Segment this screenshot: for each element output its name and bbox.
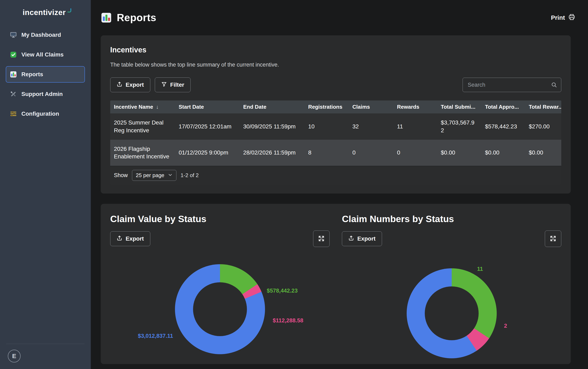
bar-chart-icon	[10, 71, 17, 78]
filter-icon	[161, 81, 167, 89]
search-input[interactable]	[462, 78, 561, 92]
chart-label-approved-value: $578,442.23	[267, 288, 298, 294]
cell-total-submitted: $0.00	[437, 140, 481, 166]
page-header: Reports Print	[91, 0, 588, 35]
cell-incentive-name: 2025 Summer Deal Reg Incentive	[110, 113, 175, 140]
sidebar-item-view-all-claims[interactable]: View All Claims	[0, 45, 91, 64]
column-header-claims[interactable]: Claims	[349, 101, 393, 113]
cell-end-date: 28/02/2026 11:59pm	[240, 140, 304, 166]
donut-hole	[193, 282, 247, 336]
incentives-toolbar: Export Filter	[110, 77, 561, 92]
export-icon	[116, 235, 122, 242]
column-header-rewards[interactable]: Rewards	[393, 101, 437, 113]
monitor-icon	[10, 31, 17, 38]
filter-button[interactable]: Filter	[155, 77, 190, 92]
print-label: Print	[551, 14, 565, 21]
sort-desc-icon: ↓	[156, 104, 159, 110]
cell-start-date: 17/07/2025 12:01am	[175, 113, 240, 140]
column-header-registrations[interactable]: Registrations	[304, 101, 349, 113]
charts-card: Claim Value by Status Export	[101, 204, 571, 364]
column-header-end-date[interactable]: End Date	[240, 101, 304, 113]
sidebar-divider	[6, 344, 84, 344]
incentives-card: Incentives The table below shows the top…	[101, 35, 571, 194]
cell-rewards: 11	[393, 113, 437, 140]
chart-label-declined-value: $112,288.58	[273, 318, 304, 324]
filter-label: Filter	[170, 82, 184, 88]
claim-numbers-donut-chart: 11 2	[342, 252, 561, 348]
cell-incentive-name: 2026 Flagship Enablement Incentive	[110, 140, 175, 166]
incentives-table: Incentive Name↓ Start Date End Date Regi…	[110, 101, 561, 184]
expand-button[interactable]	[545, 231, 561, 247]
logo: incentivizer	[23, 8, 91, 17]
expand-icon	[317, 235, 325, 243]
claim-value-donut-chart: $578,442.23 $112,288.58 $3,012,837.11	[110, 252, 330, 348]
claim-value-chart-title: Claim Value by Status	[110, 214, 330, 224]
table-header-row: Incentive Name↓ Start Date End Date Regi…	[110, 101, 561, 113]
export-label: Export	[357, 236, 376, 242]
page-title: Reports	[117, 12, 156, 24]
pagination-range: 1-2 of 2	[180, 172, 199, 179]
donut-chart[interactable]	[175, 264, 265, 354]
claim-numbers-chart-title: Claim Numbers by Status	[342, 214, 561, 224]
column-header-total-submitted[interactable]: Total Submi...	[437, 101, 481, 113]
table-row[interactable]: 2025 Summer Deal Reg Incentive 17/07/202…	[110, 113, 561, 140]
sidebar-item-reports[interactable]: Reports	[6, 66, 85, 82]
app-root: incentivizer	[0, 0, 588, 369]
search-wrap	[462, 78, 561, 92]
search-icon	[551, 82, 557, 88]
column-header-incentive-name[interactable]: Incentive Name↓	[110, 101, 175, 113]
column-header-total-rewarded[interactable]: Total Rewar...	[525, 101, 561, 113]
column-header-start-date[interactable]: Start Date	[175, 101, 240, 113]
export-button[interactable]: Export	[342, 231, 382, 246]
sidebar-nav: My Dashboard View All Claims	[0, 25, 91, 124]
incentives-subtitle: The table below shows the top line summa…	[110, 62, 561, 68]
claim-value-chart-section: Claim Value by Status Export	[110, 214, 330, 364]
table-row[interactable]: 2026 Flagship Enablement Incentive 01/12…	[110, 140, 561, 166]
cell-rewards: 0	[393, 140, 437, 166]
avatar-initial: E	[12, 353, 16, 359]
sidebar-item-label: View All Claims	[21, 51, 63, 58]
logo-text: incentivizer	[23, 8, 66, 17]
cell-claims: 32	[349, 113, 393, 140]
export-label: Export	[126, 236, 144, 242]
export-button[interactable]: Export	[110, 77, 150, 92]
column-header-total-approved[interactable]: Total Appro...	[481, 101, 525, 113]
export-button[interactable]: Export	[110, 231, 150, 246]
sidebar-item-label: Reports	[21, 71, 43, 78]
sidebar-item-configuration[interactable]: Configuration	[0, 104, 91, 124]
sidebar: incentivizer	[0, 0, 91, 369]
sidebar-item-my-dashboard[interactable]: My Dashboard	[0, 25, 91, 45]
show-label: Show	[114, 172, 128, 179]
cell-total-submitted: $3,703,567.92	[437, 113, 481, 140]
cell-start-date: 01/12/2025 9:00pm	[175, 140, 240, 166]
cell-end-date: 30/09/2025 11:59pm	[240, 113, 304, 140]
main-content: Reports Print Incentives The table below…	[91, 0, 588, 369]
cell-total-approved: $578,442.23	[481, 113, 525, 140]
cell-total-approved: $0.00	[481, 140, 525, 166]
check-icon	[10, 51, 17, 58]
per-page-value: 25 per page	[136, 172, 165, 179]
sliders-icon	[10, 110, 17, 117]
chevron-down-icon	[168, 172, 172, 179]
sidebar-item-support-admin[interactable]: Support Admin	[0, 84, 91, 104]
chart-label-approved-count: 11	[477, 266, 483, 272]
sidebar-item-label: Configuration	[21, 111, 59, 117]
table-footer: Show 25 per page 1-2 of 2	[110, 166, 561, 184]
cell-registrations: 10	[304, 113, 349, 140]
expand-button[interactable]	[313, 231, 330, 247]
chart-label-declined-count: 2	[504, 323, 507, 329]
cell-total-rewarded: $0.00	[525, 140, 561, 166]
page-title-wrap: Reports	[101, 12, 156, 24]
print-button[interactable]: Print	[551, 14, 575, 22]
tools-icon	[10, 91, 17, 98]
export-label: Export	[126, 82, 144, 88]
cell-claims: 0	[349, 140, 393, 166]
corner-arrow-icon	[67, 8, 72, 14]
incentives-title: Incentives	[110, 46, 561, 54]
per-page-select[interactable]: 25 per page	[132, 170, 177, 181]
avatar[interactable]: E	[8, 350, 21, 362]
export-icon	[348, 235, 354, 242]
donut-chart[interactable]	[407, 268, 497, 358]
sidebar-bottom: E	[0, 344, 91, 369]
claim-numbers-chart-toolbar: Export	[342, 231, 561, 247]
